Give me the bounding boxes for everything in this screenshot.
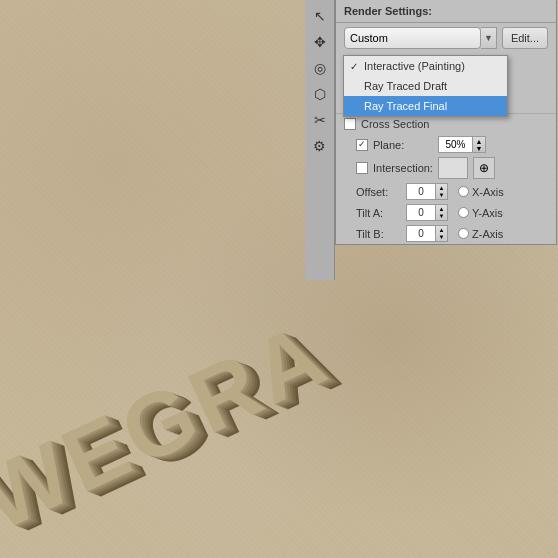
toolbar-icon-5[interactable]: ✂ bbox=[309, 109, 331, 131]
tilt-b-stepper: 0 ▲ ▼ bbox=[406, 225, 448, 242]
menu-item-interactive[interactable]: Interactive (Painting) bbox=[344, 56, 507, 76]
preset-dropdown[interactable]: Custom bbox=[344, 27, 481, 49]
intersection-row: Intersection: ⊕ bbox=[336, 155, 556, 181]
tilt-a-stepper-btn[interactable]: ▲ ▼ bbox=[436, 204, 448, 221]
plane-label: Plane: bbox=[373, 139, 433, 151]
z-axis-radio[interactable] bbox=[458, 228, 469, 239]
intersection-swatch[interactable] bbox=[438, 157, 468, 179]
y-axis-radio[interactable] bbox=[458, 207, 469, 218]
dropdown-value: Custom bbox=[350, 32, 388, 44]
toolbar-icon-3[interactable]: ◎ bbox=[309, 57, 331, 79]
tilt-a-label: Tilt A: bbox=[356, 207, 401, 219]
y-axis-row: Y-Axis bbox=[458, 207, 503, 219]
tilt-a-row: Tilt A: 0 ▲ ▼ Y-Axis bbox=[336, 202, 556, 223]
toolbar-icon-6[interactable]: ⚙ bbox=[309, 135, 331, 157]
intersection-label: Intersection: bbox=[373, 162, 433, 174]
z-axis-row: Z-Axis bbox=[458, 228, 503, 240]
menu-item-ray-final[interactable]: Ray Traced Final bbox=[344, 96, 507, 116]
toolbar-icon-4[interactable]: ⬡ bbox=[309, 83, 331, 105]
toolbar-icon-2[interactable]: ✥ bbox=[309, 31, 331, 53]
x-axis-label: X-Axis bbox=[472, 186, 504, 198]
intersection-icon[interactable]: ⊕ bbox=[473, 157, 495, 179]
tilt-b-label: Tilt B: bbox=[356, 228, 401, 240]
x-axis-row: X-Axis bbox=[458, 186, 504, 198]
tilt-b-value[interactable]: 0 bbox=[406, 225, 436, 242]
offset-label: Offset: bbox=[356, 186, 401, 198]
y-axis-label: Y-Axis bbox=[472, 207, 503, 219]
offset-stepper-btn[interactable]: ▲ ▼ bbox=[436, 183, 448, 200]
menu-item-ray-draft-label: Ray Traced Draft bbox=[364, 80, 447, 92]
dropdown-arrow[interactable]: ▼ bbox=[481, 27, 497, 49]
plane-row: Plane: 50% ▲ ▼ bbox=[336, 134, 556, 155]
menu-item-interactive-label: Interactive (Painting) bbox=[364, 60, 465, 72]
offset-value[interactable]: 0 bbox=[406, 183, 436, 200]
dropdown-menu: Interactive (Painting) Ray Traced Draft … bbox=[343, 55, 508, 117]
dropdown-row: Custom ▼ Edit... bbox=[336, 23, 556, 53]
plane-percent-value[interactable]: 50% bbox=[438, 136, 473, 153]
toolbar-icon-1[interactable]: ↖ bbox=[309, 5, 331, 27]
edit-button[interactable]: Edit... bbox=[502, 27, 548, 49]
plane-percent-stepper[interactable]: ▲ ▼ bbox=[473, 136, 486, 153]
tilt-b-stepper-btn[interactable]: ▲ ▼ bbox=[436, 225, 448, 242]
cross-section-checkbox[interactable] bbox=[344, 118, 356, 130]
z-axis-label: Z-Axis bbox=[472, 228, 503, 240]
menu-item-ray-final-label: Ray Traced Final bbox=[364, 100, 447, 112]
x-axis-radio[interactable] bbox=[458, 186, 469, 197]
tilt-a-stepper: 0 ▲ ▼ bbox=[406, 204, 448, 221]
tilt-b-row: Tilt B: 0 ▲ ▼ Z-Axis bbox=[336, 223, 556, 244]
plane-checkbox[interactable] bbox=[356, 139, 368, 151]
cross-section-label: Cross Section bbox=[361, 118, 429, 130]
left-toolbar: ↖ ✥ ◎ ⬡ ✂ ⚙ bbox=[305, 0, 335, 280]
offset-row: Offset: 0 ▲ ▼ X-Axis bbox=[336, 181, 556, 202]
render-panel: Render Settings: Custom ▼ Edit... Qualit… bbox=[335, 0, 557, 245]
offset-stepper: 0 ▲ ▼ bbox=[406, 183, 448, 200]
plane-percent-input: 50% ▲ ▼ bbox=[438, 136, 486, 153]
tilt-a-value[interactable]: 0 bbox=[406, 204, 436, 221]
menu-item-ray-draft[interactable]: Ray Traced Draft bbox=[344, 76, 507, 96]
panel-title: Render Settings: bbox=[336, 0, 556, 23]
intersection-checkbox[interactable] bbox=[356, 162, 368, 174]
